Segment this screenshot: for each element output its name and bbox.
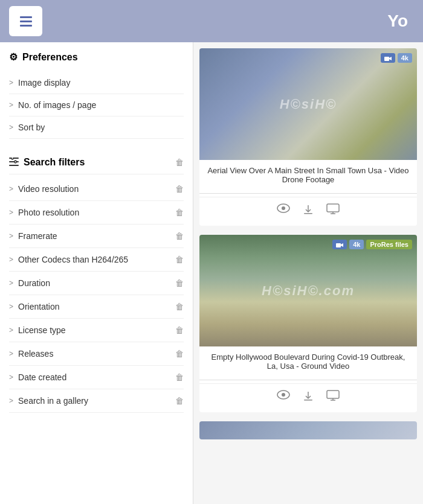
svg-marker-11 — [389, 57, 392, 60]
app-header: Yo — [0, 0, 423, 42]
filter-icon — [9, 158, 19, 168]
filter-video-resolution[interactable]: > Video resolution 🗑 — [9, 177, 184, 201]
svg-rect-15 — [327, 204, 339, 212]
filter-date-created[interactable]: > Date created 🗑 — [9, 366, 184, 389]
remove-video-resolution-filter[interactable]: 🗑 — [175, 184, 184, 194]
preferences-section: ⚙ Preferences > Image display > No. of i… — [0, 42, 193, 145]
divider — [199, 193, 417, 194]
remove-license-type-filter[interactable]: 🗑 — [175, 325, 184, 335]
chevron-icon: > — [9, 208, 13, 217]
chevron-icon: > — [9, 78, 13, 87]
app-title: Yo — [387, 11, 408, 31]
svg-marker-19 — [341, 243, 343, 247]
svg-rect-0 — [20, 16, 32, 18]
camera-badge — [332, 240, 347, 249]
filter-photo-resolution[interactable]: > Photo resolution 🗑 — [9, 201, 184, 225]
video-title: Aerial View Over A Main Street In Small … — [199, 160, 417, 190]
video-title: Empty Hollywood Boulevard During Covid-1… — [199, 346, 417, 377]
camera-badge — [381, 53, 395, 63]
gear-icon: ⚙ — [9, 51, 18, 63]
svg-rect-10 — [384, 57, 389, 61]
4k-badge: 4k — [398, 53, 412, 63]
video-thumbnail[interactable] — [199, 421, 417, 439]
remove-other-codecs-filter[interactable]: 🗑 — [175, 255, 184, 264]
filter-license-type[interactable]: > License type 🗑 — [9, 319, 184, 342]
svg-rect-4 — [26, 24, 28, 25]
svg-rect-3 — [22, 19, 25, 21]
chevron-icon: > — [9, 302, 13, 311]
svg-rect-5 — [9, 158, 19, 159]
search-filters-header: Search filters 🗑 — [9, 151, 184, 174]
prores-badge: ProRes files — [366, 240, 412, 249]
svg-rect-1 — [20, 21, 32, 22]
svg-rect-8 — [11, 158, 13, 159]
filter-releases[interactable]: > Releases 🗑 — [9, 342, 184, 366]
filter-orientation[interactable]: > Orientation 🗑 — [9, 295, 184, 319]
filter-search-in-gallery[interactable]: > Search in a gallery 🗑 — [9, 389, 184, 413]
filter-framerate[interactable]: > Framerate 🗑 — [9, 225, 184, 248]
chevron-icon: > — [9, 185, 13, 193]
badge-row: 4k ProRes files — [332, 240, 412, 249]
sidebar-item-image-display[interactable]: > Image display — [9, 72, 184, 94]
watermark: H©siH© — [280, 97, 337, 112]
video-card-partial — [199, 421, 417, 439]
monitor-button[interactable] — [326, 390, 340, 405]
remove-duration-filter[interactable]: 🗑 — [175, 278, 184, 288]
svg-rect-23 — [327, 391, 339, 398]
chevron-icon: > — [9, 232, 13, 240]
svg-rect-2 — [20, 25, 32, 27]
video-card: H©siH© 4k Aerial View Over A Main Street… — [199, 48, 417, 226]
preview-button[interactable] — [277, 203, 290, 219]
remove-date-created-filter[interactable]: 🗑 — [175, 372, 184, 382]
video-actions — [199, 383, 417, 412]
4k-badge: 4k — [349, 240, 364, 249]
remove-photo-resolution-filter[interactable]: 🗑 — [175, 208, 184, 217]
video-card: H©siH©.com 4k ProRes files Empty Hollywo… — [199, 235, 417, 412]
video-actions — [199, 197, 417, 226]
badge-row: 4k — [381, 53, 412, 63]
monitor-button[interactable] — [326, 203, 340, 219]
download-button[interactable] — [302, 203, 314, 219]
content-area: H©siH© 4k Aerial View Over A Main Street… — [193, 42, 423, 504]
svg-rect-22 — [304, 400, 312, 401]
chevron-icon: > — [9, 373, 13, 381]
svg-rect-18 — [336, 243, 341, 247]
sidebar-item-no-images-page[interactable]: > No. of images / page — [9, 94, 184, 116]
chevron-icon: > — [9, 279, 13, 287]
remove-gallery-filter[interactable]: 🗑 — [175, 396, 184, 406]
chevron-icon: > — [9, 123, 13, 132]
sidebar-item-sort-by[interactable]: > Sort by — [9, 116, 184, 139]
chevron-icon: > — [9, 101, 13, 109]
filter-duration[interactable]: > Duration 🗑 — [9, 272, 184, 295]
menu-button[interactable] — [9, 6, 42, 36]
watermark: H©siH©.com — [262, 283, 355, 299]
divider — [199, 380, 417, 380]
filter-other-codecs[interactable]: > Other Codecs than H264/265 🗑 — [9, 248, 184, 272]
remove-framerate-filter[interactable]: 🗑 — [175, 231, 184, 241]
svg-rect-6 — [9, 161, 19, 162]
preview-button[interactable] — [277, 390, 290, 405]
chevron-icon: > — [9, 255, 13, 264]
svg-rect-9 — [15, 161, 16, 163]
chevron-icon: > — [9, 397, 13, 405]
preferences-title: ⚙ Preferences — [9, 51, 184, 63]
svg-point-13 — [282, 206, 285, 210]
search-filters-section: Search filters 🗑 > Video resolution 🗑 > … — [0, 145, 193, 419]
chevron-icon: > — [9, 326, 13, 334]
video-thumbnail[interactable]: H©siH© 4k — [199, 48, 417, 160]
video-thumbnail[interactable]: H©siH©.com 4k ProRes files — [199, 235, 417, 346]
main-layout: ⚙ Preferences > Image display > No. of i… — [0, 42, 423, 504]
clear-filters-button[interactable]: 🗑 — [175, 158, 184, 167]
download-button[interactable] — [302, 390, 314, 405]
remove-orientation-filter[interactable]: 🗑 — [175, 302, 184, 311]
svg-rect-7 — [9, 165, 19, 166]
sidebar: ⚙ Preferences > Image display > No. of i… — [0, 42, 193, 504]
chevron-icon: > — [9, 349, 13, 358]
search-filters-title: Search filters — [9, 157, 85, 168]
remove-releases-filter[interactable]: 🗑 — [175, 349, 184, 359]
svg-rect-14 — [304, 213, 312, 214]
svg-point-21 — [282, 393, 285, 397]
